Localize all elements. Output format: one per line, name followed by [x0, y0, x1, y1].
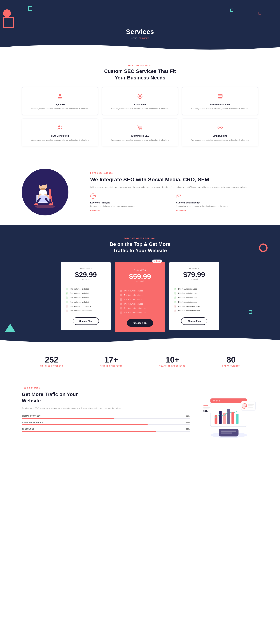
pricing-wave-bottom: [0, 336, 280, 345]
check-icon: ✓: [120, 298, 122, 301]
svg-point-38: [219, 400, 220, 402]
feature-item: ✗This feature is not included: [120, 310, 160, 315]
service-name-local-seo: Local SEO: [106, 103, 174, 106]
benefits-title: Get More Trafic on YourWebsite: [22, 391, 190, 404]
service-card-international-seo: International SEO We analyze your websit…: [182, 87, 258, 115]
choose-plan-button-business[interactable]: Choose Plan: [127, 319, 153, 327]
pricing-section: WHAT WE OFFER FOR YOU Be on the Top & Ge…: [0, 225, 280, 345]
pricing-card-standard: STANDARD $29.99 per month ✓This feature …: [61, 262, 111, 330]
deco-circle-red: [3, 9, 11, 17]
breadcrumb-home[interactable]: HOME: [131, 37, 137, 40]
svg-rect-32: [177, 195, 181, 198]
svg-point-11: [61, 126, 62, 127]
services-grid: Digital PR We analyze your website's str…: [22, 87, 258, 146]
feature-item: ✓This feature is included: [66, 291, 106, 296]
stat-label-1: FINISHED PROJECTS: [40, 365, 63, 367]
stat-label-4: HAPPY CLIENTS: [222, 365, 240, 367]
integrate-section: OVER 150 CLIENTS We Integrate SEO with S…: [0, 159, 280, 225]
feature-item: ✗This feature is not included: [120, 306, 160, 310]
feature-item: ✓This feature is included: [174, 296, 214, 300]
feature-item: ✓This feature is included: [174, 287, 214, 291]
svg-point-36: [213, 400, 215, 402]
stat-finished-projects-1: 252 FINISHED PROJECTS: [40, 356, 63, 367]
feature-item: ✓This feature is included: [174, 300, 214, 304]
plan-divider-business: [120, 286, 160, 286]
integrate-title: We Integrate SEO with Social Media, CRO,…: [90, 176, 258, 183]
benefits-desc: As a leader in SEO, web design, ecommerc…: [22, 406, 190, 410]
svg-point-26: [41, 188, 45, 190]
stats-section: 252 FINISHED PROJECTS 17+ FINISHED PROJE…: [0, 345, 280, 378]
svg-rect-47: [203, 407, 210, 408]
progress-fill-consulting: [22, 431, 156, 432]
keyword-analysis-read-more[interactable]: Read more: [90, 210, 100, 212]
plan-price-premium: $79.99: [174, 271, 214, 278]
svg-point-14: [140, 129, 141, 130]
plan-name-premium: PREMIUM: [174, 267, 214, 270]
plan-features-premium: ✓This feature is included ✓This feature …: [174, 287, 214, 313]
svg-point-13: [139, 129, 140, 130]
deco-circle-ring: [3, 17, 14, 28]
integrate-label: OVER 150 CLIENTS: [90, 172, 258, 174]
keyword-analysis-name: Keyword Analysis: [90, 201, 172, 204]
stat-happy-clients: 80 HAPPY CLIENTS: [222, 356, 240, 367]
service-card-ecommerce-seo: eCommerce SEO We analyze your website's …: [102, 118, 178, 146]
plan-price-standard: $29.99: [66, 271, 106, 278]
stat-finished-projects-2: 17+ FINISHED PROJECTS: [100, 356, 123, 367]
breadcrumb-separator: /: [138, 37, 138, 40]
pricing-section-label: WHAT WE OFFER FOR YOU: [19, 237, 261, 240]
progress-consulting: CONSULTING 80%: [22, 428, 190, 432]
x-icon: ✗: [66, 310, 68, 312]
service-desc-local-seo: We analyze your website's structure, int…: [106, 107, 174, 110]
service-name-link-building: Link Building: [186, 134, 254, 137]
plan-name-business: BUSINESS: [120, 269, 160, 271]
service-name-international-seo: International SEO: [186, 103, 254, 106]
progress-bg-consulting: [22, 431, 190, 432]
choose-plan-button-premium[interactable]: Choose Plan: [181, 317, 207, 325]
service-card-seo-consulting: SEO Consulting We analyze your website's…: [22, 118, 98, 146]
keyword-analysis-desc: Keyword analysis is one of our most popu…: [90, 205, 172, 208]
seo-section-title: Custom SEO Services That FitYour Busines…: [22, 68, 258, 81]
feature-item: ✓This feature is included: [66, 300, 106, 304]
custom-email-read-more[interactable]: Read more: [176, 210, 186, 212]
service-card-local-seo: Local SEO We analyze your website's stru…: [102, 87, 178, 115]
wave-bottom: [0, 42, 280, 52]
feature-item: ✓This feature is included: [120, 302, 160, 306]
keyword-analysis-icon: [90, 193, 172, 200]
stat-label-2: FINISHED PROJECTS: [100, 365, 123, 367]
feature-item: ✓This feature is included: [120, 298, 160, 302]
plan-period-standard: per month: [66, 278, 106, 280]
svg-rect-9: [218, 98, 222, 98]
benefits-label: OUR BENEFITS: [22, 387, 190, 389]
benefits-content: OUR BENEFITS Get More Trafic on YourWebs…: [22, 387, 190, 435]
hero-header: Services HOME / SERVICES: [0, 0, 280, 52]
digital-pr-icon: [26, 93, 94, 101]
integrate-desc: With a keyword analysis in hand, we now …: [90, 186, 258, 189]
service-desc-seo-consulting: We analyze your website's structure, int…: [26, 139, 94, 142]
plan-features-business: ✓This feature is included ✓This feature …: [120, 289, 160, 315]
check-icon: ✓: [174, 292, 176, 294]
service-desc-international-seo: We analyze your website's structure, int…: [186, 107, 254, 110]
svg-rect-2: [58, 98, 62, 98]
service-card-digital-pr: Digital PR We analyze your website's str…: [22, 87, 98, 115]
feature-custom-email: Custom Email Design A consultant at our …: [176, 193, 258, 212]
check-icon: ✓: [66, 301, 68, 303]
svg-rect-43: [232, 412, 234, 424]
stat-label-3: YEARS OF EXPERIENCE: [159, 365, 185, 367]
pricing-grid: STANDARD $29.99 per month ✓This feature …: [19, 262, 261, 332]
choose-plan-button-standard[interactable]: Choose Plan: [73, 317, 99, 325]
check-badge-icon: ✓: [154, 260, 155, 262]
pricing-card-premium: PREMIUM $79.99 per month ✓This feature i…: [169, 262, 219, 330]
svg-rect-46: [203, 405, 208, 406]
service-desc-link-building: We analyze your website's structure, int…: [186, 139, 254, 142]
stat-number-4: 80: [222, 356, 240, 364]
svg-point-37: [216, 400, 218, 402]
progress-percent-financial-services: 75%: [186, 422, 190, 424]
stat-years-experience: 10+ YEARS OF EXPERIENCE: [159, 356, 185, 367]
x-icon: ✗: [120, 312, 122, 314]
svg-text:72%: 72%: [243, 405, 246, 407]
deco-triangle: [5, 324, 15, 332]
integrate-content: OVER 150 CLIENTS We Integrate SEO with S…: [90, 172, 258, 212]
progress-label-consulting: CONSULTING: [22, 428, 34, 430]
progress-percent-digital-strategy: 55%: [186, 415, 190, 417]
seo-section-label: OUR SEO SERVICES: [22, 64, 258, 66]
